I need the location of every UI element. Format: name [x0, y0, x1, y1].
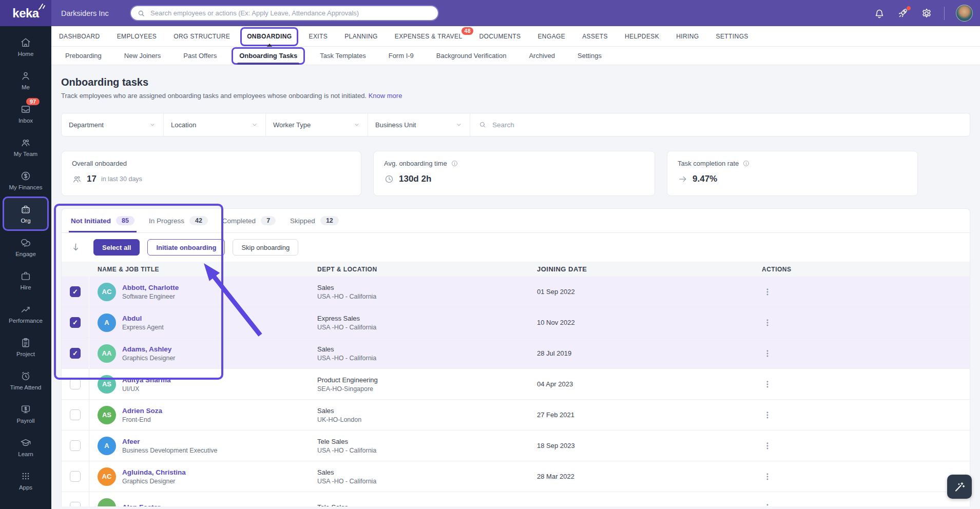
- row-menu-dots-icon[interactable]: [762, 471, 970, 482]
- row-checkbox[interactable]: [70, 471, 81, 482]
- employee-name-link[interactable]: Aditya Sharma: [122, 376, 171, 384]
- actions-cell: [758, 440, 970, 452]
- subnav-item-archived[interactable]: Archived: [529, 47, 555, 65]
- info-icon[interactable]: [742, 160, 750, 167]
- location: USA -HO - California: [317, 447, 537, 454]
- know-more-link[interactable]: Know more: [369, 92, 402, 100]
- nav-item-dashboard[interactable]: DASHBOARD: [59, 33, 100, 40]
- global-search-input[interactable]: [149, 9, 432, 17]
- employee-name-link[interactable]: Abdul: [122, 315, 164, 322]
- row-menu-dots-icon[interactable]: [762, 348, 970, 359]
- row-checkbox[interactable]: [70, 379, 81, 389]
- nav-item-expenses-travel[interactable]: EXPENSES & TRAVEL48: [395, 33, 463, 40]
- sidebar-item-learn[interactable]: Learn: [0, 430, 51, 464]
- sidebar-item-project[interactable]: Project: [0, 330, 51, 364]
- sidebar-item-my-team[interactable]: My Team: [0, 130, 51, 164]
- row-checkbox[interactable]: [70, 440, 81, 451]
- row-menu-dots-icon[interactable]: [762, 440, 970, 452]
- row-menu-dots-icon[interactable]: [762, 317, 970, 328]
- actions-cell: [758, 379, 970, 390]
- tab-not-initiated[interactable]: Not Initiated85: [71, 209, 134, 232]
- sidebar-item-performance[interactable]: Performance: [0, 297, 51, 330]
- row-menu-dots-icon[interactable]: [762, 409, 970, 421]
- sidebar-item-time-attend[interactable]: Time Attend: [0, 364, 51, 397]
- nav-item-engage[interactable]: ENGAGE: [537, 33, 565, 40]
- sort-down-icon[interactable]: [71, 242, 82, 253]
- tab-label: Completed: [222, 217, 256, 225]
- tab-skipped[interactable]: Skipped12: [290, 209, 339, 232]
- sidebar: HomeMeInbox97My TeamMy FinancesOrgEngage…: [0, 26, 51, 509]
- row-checkbox[interactable]: [70, 502, 81, 506]
- nav-item-org-structure[interactable]: ORG STRUCTURE: [174, 33, 230, 40]
- subnav-item-new-joiners[interactable]: New Joiners: [124, 47, 161, 65]
- list-search-input[interactable]: [491, 121, 962, 129]
- initiate-onboarding-button[interactable]: Initiate onboarding: [147, 239, 225, 256]
- employee-job-title: Express Agent: [122, 324, 164, 331]
- subnav-item-background-verification[interactable]: Background Verification: [436, 47, 507, 65]
- filter-dropdown-worker-type[interactable]: Worker Type: [266, 113, 368, 136]
- employee-name-link[interactable]: Adams, Ashley: [122, 345, 176, 353]
- stats-cards: Overall onboarded17in last 30 daysAvg. o…: [61, 151, 970, 196]
- employee-name-link[interactable]: Alan Foster: [122, 503, 160, 506]
- rocket-icon[interactable]: [897, 7, 909, 19]
- filter-label: Business Unit: [375, 121, 416, 129]
- employee-cell: Alan Foster: [89, 498, 317, 507]
- dept-cell: SalesUSA -HO - California: [317, 284, 537, 300]
- nav-item-documents[interactable]: DOCUMENTS: [479, 33, 521, 40]
- nav-item-helpdesk[interactable]: HELPDESK: [625, 33, 659, 40]
- dept-cell: Express SalesUSA -HO - California: [317, 315, 537, 331]
- tab-completed[interactable]: Completed7: [222, 209, 276, 232]
- employee-name-link[interactable]: Agluinda, Christina: [122, 468, 186, 476]
- sidebar-item-inbox[interactable]: Inbox97: [0, 97, 51, 130]
- sidebar-item-my-finances[interactable]: My Finances: [0, 164, 51, 197]
- row-checkbox[interactable]: ✓: [70, 317, 81, 328]
- department: Express Sales: [317, 315, 537, 322]
- subnav-item-settings[interactable]: Settings: [578, 47, 602, 65]
- subnav-item-preboarding[interactable]: Preboarding: [65, 47, 102, 65]
- sidebar-item-home[interactable]: Home: [0, 30, 51, 64]
- row-menu-dots-icon[interactable]: [762, 502, 970, 507]
- nav-item-settings[interactable]: SETTINGS: [716, 33, 748, 40]
- subnav-item-form-i-9[interactable]: Form I-9: [389, 47, 414, 65]
- row-checkbox[interactable]: [70, 409, 81, 420]
- select-all-button[interactable]: Select all: [93, 239, 140, 256]
- nav-item-exits[interactable]: EXITS: [309, 33, 328, 40]
- subnav-item-past-offers[interactable]: Past Offers: [183, 47, 217, 65]
- bell-icon[interactable]: [873, 7, 886, 19]
- skip-onboarding-button[interactable]: Skip onboarding: [233, 239, 298, 256]
- nav-item-hiring[interactable]: HIRING: [676, 33, 699, 40]
- keka-logo[interactable]: keka: [0, 0, 51, 26]
- subnav-item-onboarding-tasks[interactable]: Onboarding Tasks: [239, 47, 297, 65]
- row-checkbox[interactable]: ✓: [70, 348, 81, 359]
- filter-dropdown-department[interactable]: Department: [62, 113, 164, 136]
- nav-item-employees[interactable]: EMPLOYEES: [117, 33, 157, 40]
- employee-name-link[interactable]: Abbott, Charlotte: [122, 284, 179, 291]
- info-icon[interactable]: [451, 160, 458, 167]
- employee-cell: ASAditya SharmaUI/UX: [89, 375, 317, 394]
- nav-item-assets[interactable]: ASSETS: [582, 33, 608, 40]
- sidebar-item-org[interactable]: Org: [3, 197, 48, 230]
- user-avatar[interactable]: [956, 5, 973, 22]
- row-checkbox[interactable]: ✓: [70, 286, 81, 297]
- sidebar-item-me[interactable]: Me: [0, 64, 51, 97]
- dept-cell: Tele SalesUSA -HO - California: [317, 438, 537, 454]
- sidebar-item-engage[interactable]: Engage: [0, 230, 51, 264]
- filter-dropdown-location[interactable]: Location: [164, 113, 266, 136]
- employee-name-link[interactable]: Afeer: [122, 438, 218, 445]
- logo-sparks-icon: [39, 3, 46, 10]
- nav-item-planning[interactable]: PLANNING: [344, 33, 378, 40]
- employee-name-link[interactable]: Adrien Soza: [122, 407, 162, 415]
- nav-item-onboarding[interactable]: ONBOARDING: [247, 33, 292, 40]
- sidebar-item-hire[interactable]: Hire: [0, 264, 51, 297]
- tab-in-progress[interactable]: In Progress42: [149, 209, 208, 232]
- sidebar-item-apps[interactable]: Apps: [0, 464, 51, 497]
- magic-wand-button[interactable]: [947, 475, 972, 499]
- global-search[interactable]: [130, 5, 439, 21]
- sidebar-item-payroll[interactable]: Payroll: [0, 397, 51, 430]
- list-search[interactable]: [470, 113, 970, 136]
- row-menu-dots-icon[interactable]: [762, 379, 970, 390]
- row-menu-dots-icon[interactable]: [762, 286, 970, 298]
- gear-icon[interactable]: [920, 7, 933, 19]
- subnav-item-task-templates[interactable]: Task Templates: [320, 47, 366, 65]
- filter-dropdown-business-unit[interactable]: Business Unit: [368, 113, 470, 136]
